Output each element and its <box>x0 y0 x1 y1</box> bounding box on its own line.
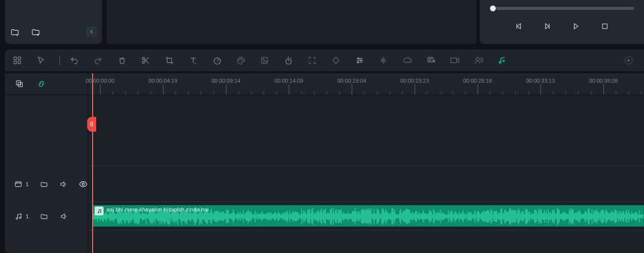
select-button[interactable] <box>36 55 47 66</box>
preview-area <box>107 0 477 44</box>
ruler-label: 00:00:09:14 <box>212 78 240 84</box>
video-track-icon <box>14 180 23 189</box>
audio-button <box>378 55 389 66</box>
svg-point-12 <box>263 59 264 60</box>
audio-track-header: 1 <box>5 202 88 231</box>
delete-button[interactable] <box>116 55 127 66</box>
ruler-label: 00:00:23:23 <box>400 78 429 84</box>
svg-rect-4 <box>18 61 21 64</box>
undo-button[interactable] <box>69 55 80 66</box>
ruler-label: 00:00:00:00 <box>86 78 114 84</box>
video-track-index: 1 <box>26 181 29 187</box>
svg-rect-24 <box>15 182 21 186</box>
speed-button[interactable] <box>212 55 222 66</box>
color-button <box>235 55 246 66</box>
svg-point-27 <box>19 217 21 218</box>
video-track-folder-button[interactable] <box>40 180 49 189</box>
svg-rect-18 <box>450 58 456 63</box>
svg-rect-3 <box>14 61 16 64</box>
svg-point-15 <box>361 60 362 61</box>
fit-button <box>307 55 318 66</box>
svg-point-10 <box>242 59 243 60</box>
new-folder-button[interactable] <box>10 27 20 37</box>
svg-point-19 <box>476 57 479 60</box>
ruler-label: 00:00:33:13 <box>526 78 555 84</box>
stt-button[interactable] <box>426 55 436 66</box>
svg-point-6 <box>142 61 145 64</box>
video-track-header: 1 <box>5 166 88 202</box>
mosaic-button <box>259 55 270 66</box>
audio-track-mute-button[interactable] <box>59 212 68 221</box>
svg-point-9 <box>240 58 241 59</box>
audio-clip-title: aaj bhi mere khayalon ki tapish zinda ha… <box>107 206 209 212</box>
progress-knob[interactable] <box>489 5 496 12</box>
svg-point-8 <box>239 59 240 60</box>
music-note-icon <box>95 206 104 215</box>
text-button[interactable] <box>188 55 199 66</box>
apps-button[interactable] <box>12 55 23 66</box>
denoise-button <box>402 55 413 66</box>
record-button <box>449 55 460 66</box>
ruler-label: 00:00:19:04 <box>337 78 366 84</box>
media-panel-footer <box>5 0 102 44</box>
audio-clip[interactable]: aaj bhi mere khayalon ki tapish zinda ha… <box>92 205 644 227</box>
svg-point-25 <box>82 183 85 186</box>
svg-point-14 <box>358 58 359 59</box>
svg-point-7 <box>214 57 220 64</box>
stop-button[interactable] <box>599 21 610 32</box>
svg-rect-22 <box>16 81 21 85</box>
keyframe-button <box>330 55 341 66</box>
svg-point-20 <box>499 61 501 63</box>
audio-track-folder-button[interactable] <box>40 212 49 221</box>
video-track-row[interactable] <box>88 166 644 202</box>
audio-track-index: 1 <box>26 213 29 219</box>
audio-stretch-button[interactable] <box>497 55 508 66</box>
cut-button[interactable] <box>140 55 151 66</box>
adjust-button[interactable] <box>354 55 365 66</box>
ruler-label: 00:00:04:19 <box>149 78 177 84</box>
svg-point-16 <box>357 61 359 63</box>
redo-button <box>93 55 104 66</box>
video-track-mute-button[interactable] <box>59 180 68 189</box>
video-track-visibility-button[interactable] <box>79 180 88 189</box>
ruler-label: 00:00:14:09 <box>274 78 303 84</box>
playhead-handle-text: 6 <box>90 121 94 128</box>
audio-track-row[interactable]: aaj bhi mere khayalon ki tapish zinda ha… <box>88 202 644 231</box>
prev-frame-button[interactable] <box>513 21 524 32</box>
ruler-label: 00:00:28:18 <box>463 78 492 84</box>
add-track-button[interactable] <box>15 80 24 89</box>
svg-rect-2 <box>18 57 21 59</box>
crop-button[interactable] <box>164 55 175 66</box>
collapse-panel-button[interactable] <box>86 26 97 37</box>
voice-button <box>473 55 484 66</box>
svg-rect-1 <box>14 57 16 59</box>
timeline-ruler[interactable]: 00:00:00:0000:00:04:1900:00:09:1400:00:1… <box>88 73 644 95</box>
delete-folder-button[interactable] <box>31 27 41 37</box>
spacer-row <box>88 95 644 166</box>
duration-button[interactable] <box>283 55 294 66</box>
playhead-handle[interactable]: 6 <box>87 117 96 132</box>
playhead[interactable]: 6 <box>92 73 93 253</box>
ruler-label: 00:00:38:08 <box>589 78 618 84</box>
playback-progress[interactable] <box>489 7 634 10</box>
timeline-panel: 1 1 00:00:00:0000:00:04:1900:0 <box>5 73 644 253</box>
preview-controls-panel <box>480 0 644 44</box>
svg-point-26 <box>16 217 17 219</box>
svg-point-5 <box>142 57 145 60</box>
svg-rect-0 <box>602 24 607 28</box>
track-headers: 1 1 <box>5 73 88 253</box>
next-button[interactable] <box>571 21 582 32</box>
svg-rect-17 <box>428 57 433 62</box>
timeline-toolbar <box>5 50 644 71</box>
audio-track-icon <box>14 212 23 221</box>
auto-ripple-button[interactable] <box>37 80 46 89</box>
play-button[interactable] <box>542 21 553 32</box>
render-preview-button[interactable] <box>623 55 634 66</box>
tracks-area[interactable]: 00:00:00:0000:00:04:1900:00:09:1400:00:1… <box>88 73 644 253</box>
